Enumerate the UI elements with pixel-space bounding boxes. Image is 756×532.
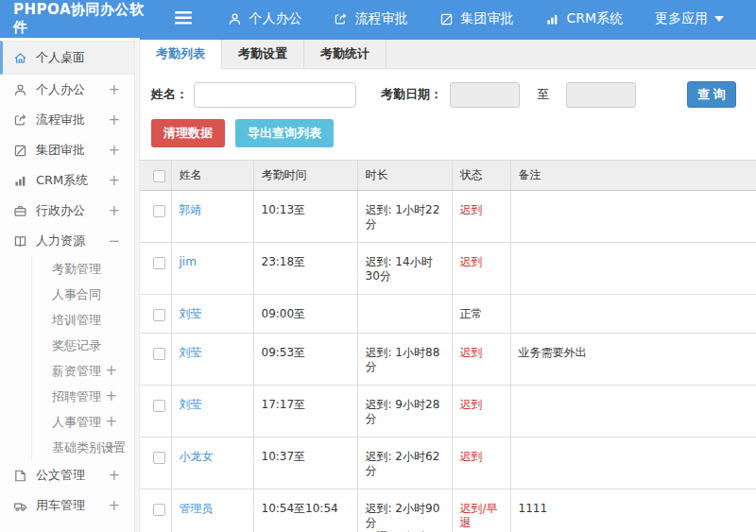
expand-icon[interactable]: + [105, 384, 117, 409]
employee-name-link[interactable]: 管理员 [180, 502, 214, 515]
expand-icon[interactable]: + [108, 460, 120, 490]
row-checkbox[interactable] [153, 205, 165, 217]
sidebar-item-human-resources[interactable]: 人力资源 − [0, 226, 134, 256]
sidebar-item-document-management[interactable]: 公文管理 + [0, 460, 134, 490]
clear-data-button[interactable]: 清理数据 [151, 119, 225, 147]
row-checkbox[interactable] [153, 348, 165, 360]
book-icon [13, 234, 27, 249]
sidebar-item-label: 个人桌面 [36, 41, 85, 75]
name-filter-input[interactable] [194, 82, 356, 108]
sidebar-subitem-personnel-management[interactable]: 人事管理 + [32, 409, 134, 435]
sidebar-item-label: 招聘管理 [52, 384, 101, 409]
sidebar-item-label: 考勤管理 [52, 256, 101, 282]
table-row: jim 23:18至 迟到: 14小时30分 迟到 [140, 243, 756, 295]
sidebar-subitem-attendance-management[interactable]: 考勤管理 [32, 256, 134, 282]
sidebar-subitem-base-category-settings[interactable]: 基础类别设置 + [32, 435, 134, 460]
attendance-time: 10:13至 [253, 191, 357, 243]
sidebar-item-crm[interactable]: CRM系统 + [0, 165, 134, 196]
expand-icon[interactable]: + [105, 435, 117, 460]
nav-item-crm[interactable]: CRM系统 [545, 10, 623, 27]
column-header-name: 姓名 [171, 161, 253, 191]
sidebar-item-personal-office[interactable]: 个人办公 + [0, 75, 134, 105]
employee-name-link[interactable]: 刘莹 [180, 398, 202, 411]
edit-icon [13, 144, 27, 158]
nav-item-personal-office[interactable]: 个人办公 [228, 10, 301, 27]
collapse-icon[interactable]: − [108, 226, 120, 256]
date-to-input[interactable] [566, 82, 636, 108]
expand-icon[interactable]: + [108, 490, 120, 521]
nav-item-label: 流程审批 [354, 10, 407, 27]
employee-name-link[interactable]: jim [180, 255, 197, 268]
sidebar-item-group-approval[interactable]: 集团审批 + [0, 135, 134, 165]
sidebar-item-label: 公文管理 [36, 460, 85, 490]
status-badge: 迟到/早退 [460, 502, 498, 529]
expand-icon[interactable]: + [105, 409, 117, 435]
row-checkbox[interactable] [153, 400, 165, 412]
car-icon [13, 499, 27, 513]
row-checkbox[interactable] [153, 452, 165, 464]
sidebar-item-admin-office[interactable]: 行政办公 + [0, 196, 134, 226]
app-window: PHPOA协同办公软件 个人办公 流程审批 [0, 0, 756, 532]
sidebar-item-label: 人事管理 [52, 409, 101, 435]
table-row: 刘莹 09:00至 正常 [140, 295, 756, 334]
status-badge: 迟到 [460, 346, 483, 359]
duration-cell: 迟到: 2小时90分早退: 7小时10分 [357, 489, 452, 532]
note-cell [510, 386, 756, 438]
sidebar-item-workflow-approval[interactable]: 流程审批 + [0, 105, 134, 135]
attendance-time: 23:18至 [253, 243, 357, 295]
nav-item-label: 更多应用 [655, 10, 708, 27]
attendance-table-wrap: 姓名 考勤时间 时长 状态 备注 郭靖 10:13至 迟到: 1小时22分 [140, 160, 756, 532]
expand-icon[interactable]: + [108, 75, 120, 105]
note-cell: 业务需要外出 [510, 334, 756, 386]
sidebar-subitem-hr-contract[interactable]: 人事合同 [32, 282, 134, 307]
sidebar-item-vehicle-management[interactable]: 用车管理 + [0, 490, 134, 521]
date-from-input[interactable] [450, 82, 520, 108]
note-cell: 1111 [510, 489, 756, 532]
row-checkbox[interactable] [153, 504, 165, 516]
tab-attendance-settings[interactable]: 考勤设置 [222, 40, 304, 68]
nav-item-group-approval[interactable]: 集团审批 [439, 10, 513, 27]
select-all-checkbox[interactable] [153, 170, 165, 182]
sidebar-item-label: 流程审批 [36, 105, 85, 135]
user-icon [228, 12, 242, 26]
duration-cell [357, 295, 452, 334]
status-badge: 迟到 [460, 450, 483, 463]
row-checkbox[interactable] [153, 257, 165, 269]
export-list-button[interactable]: 导出查询列表 [235, 119, 334, 147]
expand-icon[interactable]: + [105, 358, 117, 384]
sidebar-subitem-recruit-management[interactable]: 招聘管理 + [32, 384, 134, 409]
expand-icon[interactable]: + [108, 135, 120, 165]
search-button[interactable]: 查 询 [687, 81, 736, 108]
attendance-table: 姓名 考勤时间 时长 状态 备注 郭靖 10:13至 迟到: 1小时22分 [140, 160, 756, 532]
employee-name-link[interactable]: 刘莹 [180, 346, 202, 359]
column-header-duration: 时长 [357, 161, 452, 191]
note-cell [510, 295, 756, 334]
menu-toggle-button[interactable] [169, 8, 198, 31]
employee-name-link[interactable]: 小龙女 [180, 450, 214, 463]
flow-icon [334, 12, 348, 26]
nav-item-more-apps[interactable]: 更多应用 [655, 10, 724, 27]
sidebar-item-personal-desktop[interactable]: 个人桌面 [0, 41, 134, 75]
edit-icon [439, 12, 454, 26]
row-checkbox[interactable] [153, 309, 165, 321]
filter-bar: 姓名： 考勤日期： 至 查 询 [140, 69, 756, 119]
expand-icon[interactable]: + [108, 165, 120, 196]
employee-name-link[interactable]: 刘莹 [180, 307, 202, 320]
top-nav: 个人办公 流程审批 集团审批 CRM系统 更多应用 [228, 10, 756, 27]
duration-cell: 迟到: 9小时28分 [357, 386, 452, 438]
note-cell [510, 438, 756, 489]
content-panel: 考勤列表 考勤设置 考勤统计 姓名： 考勤日期： 至 查 询 清理数据 导出查询… [140, 38, 756, 532]
sidebar-item-label: 人力资源 [36, 226, 85, 256]
tab-attendance-list[interactable]: 考勤列表 [140, 40, 222, 69]
user-icon [13, 83, 27, 97]
employee-name-link[interactable]: 郭靖 [180, 203, 202, 216]
expand-icon[interactable]: + [108, 105, 120, 135]
sidebar-subitem-training-management[interactable]: 培训管理 [32, 307, 134, 333]
expand-icon[interactable]: + [108, 196, 120, 226]
sidebar-subitem-salary-management[interactable]: 薪资管理 + [32, 358, 134, 384]
tab-attendance-statistics[interactable]: 考勤统计 [304, 40, 387, 68]
nav-item-workflow-approval[interactable]: 流程审批 [334, 10, 407, 27]
sidebar-subitem-reward-punishment[interactable]: 奖惩记录 [32, 333, 134, 358]
attendance-time: 09:00至 [253, 295, 357, 334]
status-badge: 迟到 [460, 255, 483, 268]
